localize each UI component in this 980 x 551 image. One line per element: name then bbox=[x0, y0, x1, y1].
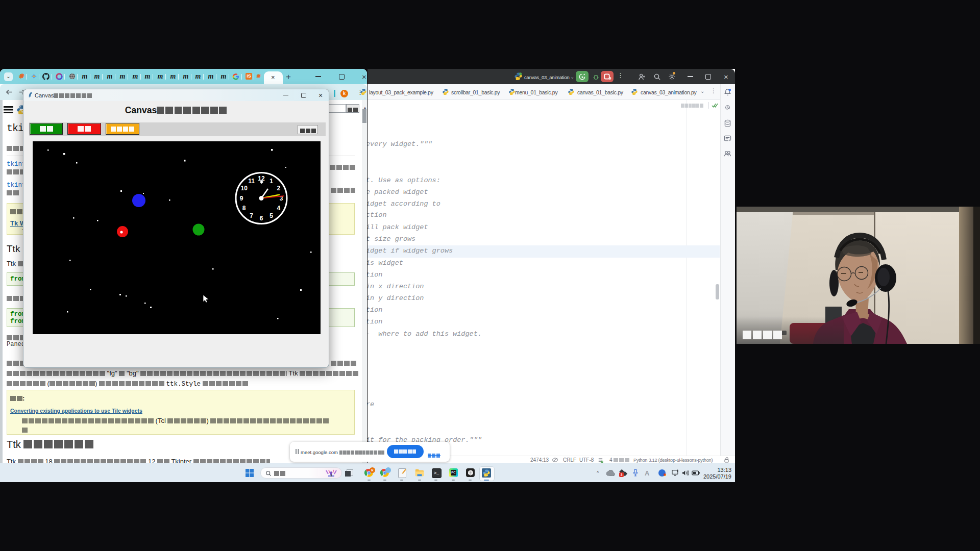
svg-text:2: 2 bbox=[277, 185, 280, 192]
svg-text:9: 9 bbox=[240, 195, 243, 202]
svg-text:5: 5 bbox=[270, 212, 273, 219]
svg-text:11: 11 bbox=[248, 178, 255, 185]
svg-text:10: 10 bbox=[241, 185, 248, 192]
svg-text:8: 8 bbox=[242, 205, 246, 212]
svg-text:7: 7 bbox=[250, 212, 253, 219]
svg-text:4: 4 bbox=[277, 205, 280, 212]
svg-text:6: 6 bbox=[260, 215, 263, 222]
svg-text:1: 1 bbox=[270, 178, 273, 185]
